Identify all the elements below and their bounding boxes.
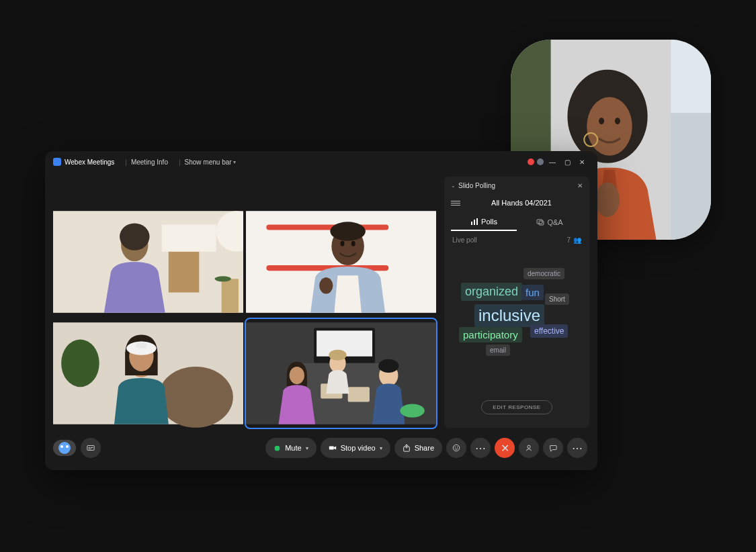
svg-point-28 — [61, 339, 99, 387]
title-bar: Webex Meetings | Meeting Info | Show men… — [45, 151, 597, 173]
svg-point-45 — [378, 359, 398, 373]
svg-rect-12 — [169, 252, 199, 293]
participant-tile[interactable] — [53, 208, 243, 316]
meeting-controls: ⏺ Mute ▾ Stop video ▾ Share ⋯ ✕ — [45, 432, 597, 464]
participants-button[interactable] — [519, 438, 539, 458]
mute-button[interactable]: ⏺ Mute ▾ — [265, 438, 316, 458]
captions-icon — [87, 444, 95, 452]
close-icon: ✕ — [501, 442, 509, 455]
hamburger-icon[interactable] — [451, 201, 460, 205]
svg-rect-55 — [89, 449, 91, 449]
reactions-button[interactable] — [446, 438, 466, 458]
svg-point-6 — [599, 118, 604, 124]
svg-rect-48 — [474, 220, 475, 225]
chevron-down-icon: ▾ — [233, 159, 236, 165]
svg-rect-53 — [89, 447, 91, 448]
panel-header-title: Slido Polling — [458, 182, 495, 189]
word-cloud-term: email — [486, 344, 510, 356]
smiley-icon — [452, 444, 460, 452]
close-panel-icon[interactable]: ✕ — [577, 182, 583, 189]
svg-point-43 — [329, 350, 346, 361]
panel-options-button[interactable]: ⋯ — [567, 438, 587, 458]
svg-rect-33 — [136, 343, 146, 349]
response-count: 7 — [566, 236, 571, 244]
chevron-down-icon: ▾ — [380, 445, 382, 451]
svg-point-9 — [595, 183, 620, 218]
meeting-info-link[interactable]: Meeting Info — [131, 158, 168, 166]
more-options-button[interactable]: ⋯ — [470, 438, 491, 458]
chat-icon — [549, 444, 557, 452]
share-button[interactable]: Share — [394, 438, 442, 458]
chat-button[interactable] — [543, 438, 563, 458]
ellipsis-icon: ⋯ — [572, 442, 583, 455]
assistant-button[interactable] — [53, 440, 76, 456]
svg-point-17 — [215, 276, 231, 281]
edit-response-button[interactable]: EDIT RESPONSE — [481, 400, 552, 414]
svg-point-15 — [120, 223, 149, 250]
person-icon — [525, 444, 533, 452]
word-cloud-term: inclusive — [474, 304, 544, 327]
live-poll-label: Live poll — [452, 236, 477, 244]
svg-point-7 — [615, 118, 620, 124]
show-menu-bar-link[interactable]: Show menu bar▾ — [185, 158, 236, 166]
svg-point-22 — [330, 222, 366, 240]
word-cloud-term: organized — [461, 283, 522, 301]
stop-video-button[interactable]: Stop video ▾ — [321, 438, 390, 458]
svg-rect-47 — [471, 222, 472, 225]
svg-rect-51 — [539, 221, 544, 225]
svg-point-5 — [587, 97, 632, 155]
word-cloud-term: democratic — [523, 268, 564, 279]
svg-point-29 — [159, 367, 233, 428]
svg-point-59 — [453, 445, 459, 451]
word-cloud-term: participatory — [459, 327, 522, 342]
svg-rect-19 — [266, 224, 388, 230]
svg-rect-54 — [91, 447, 93, 448]
video-grid — [53, 208, 436, 428]
svg-point-41 — [290, 367, 304, 384]
maximize-button[interactable]: ▢ — [560, 154, 575, 169]
svg-point-61 — [457, 447, 458, 447]
tab-polls[interactable]: Polls — [451, 214, 517, 231]
svg-rect-49 — [476, 218, 478, 225]
participant-tile-active[interactable] — [246, 319, 436, 428]
record-indicator-icon — [528, 158, 534, 165]
svg-point-46 — [400, 404, 424, 417]
status-dot-icon — [537, 158, 544, 165]
svg-rect-3 — [671, 113, 711, 240]
svg-rect-11 — [162, 224, 216, 251]
end-call-button[interactable]: ✕ — [495, 438, 515, 458]
qa-icon — [536, 218, 544, 226]
svg-rect-2 — [671, 40, 711, 113]
ellipsis-icon: ⋯ — [475, 442, 486, 455]
chevron-down-icon: ▾ — [306, 445, 308, 451]
minimize-button[interactable]: — — [545, 154, 560, 169]
app-name: Webex Meetings — [65, 158, 114, 166]
webex-meeting-window: Webex Meetings | Meeting Info | Show men… — [45, 151, 597, 470]
camera-icon — [329, 444, 337, 452]
share-icon — [403, 444, 411, 452]
svg-point-26 — [322, 277, 330, 285]
svg-marker-57 — [333, 446, 335, 449]
polls-icon — [470, 218, 478, 226]
svg-point-60 — [455, 447, 456, 447]
participant-tile[interactable] — [246, 208, 436, 316]
word-cloud-term: fun — [521, 285, 544, 300]
chevron-down-icon[interactable]: ⌄ — [451, 183, 456, 189]
svg-point-62 — [528, 445, 530, 448]
word-cloud: democraticorganizedfunShortinclusivepart… — [444, 249, 589, 395]
svg-point-24 — [351, 241, 355, 246]
svg-rect-50 — [537, 220, 542, 224]
word-cloud-term: effective — [530, 324, 568, 338]
tab-qa[interactable]: Q&A — [517, 214, 583, 231]
webex-logo-icon — [53, 158, 61, 166]
microphone-icon: ⏺ — [274, 444, 281, 452]
people-icon: 👥 — [573, 236, 581, 244]
svg-rect-16 — [222, 279, 239, 313]
slido-panel: ⌄ Slido Polling ✕ All Hands 04/2021 Poll… — [444, 177, 589, 428]
captions-button[interactable] — [81, 438, 101, 458]
close-button[interactable]: ✕ — [575, 154, 589, 169]
participant-tile[interactable] — [53, 319, 243, 428]
word-cloud-term: Short — [545, 293, 569, 305]
assistant-bot-icon — [58, 442, 71, 454]
svg-point-23 — [340, 241, 344, 246]
